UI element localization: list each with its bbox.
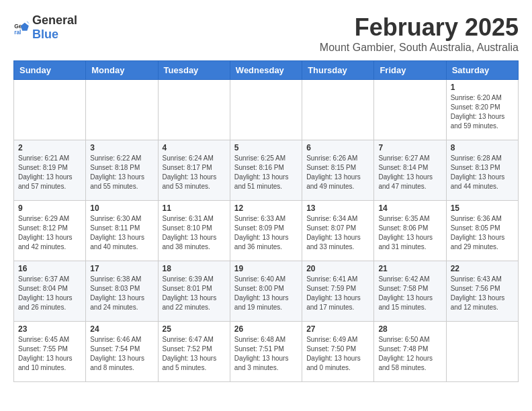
calendar-cell: 16Sunrise: 6:37 AM Sunset: 8:04 PM Dayli… <box>14 261 86 322</box>
day-info: Sunrise: 6:24 AM Sunset: 8:17 PM Dayligh… <box>163 154 226 191</box>
weekday-header: Saturday <box>446 61 518 80</box>
logo: Gene ral General Blue <box>13 13 77 42</box>
day-info: Sunrise: 6:21 AM Sunset: 8:19 PM Dayligh… <box>18 154 81 191</box>
day-info: Sunrise: 6:35 AM Sunset: 8:06 PM Dayligh… <box>378 214 441 252</box>
calendar-table: SundayMondayTuesdayWednesdayThursdayFrid… <box>13 60 519 382</box>
day-info: Sunrise: 6:30 AM Sunset: 8:11 PM Dayligh… <box>90 214 153 252</box>
header: Gene ral General Blue February 2025 Moun… <box>13 13 519 54</box>
calendar-cell: 11Sunrise: 6:31 AM Sunset: 8:10 PM Dayli… <box>158 201 230 261</box>
calendar-cell: 22Sunrise: 6:43 AM Sunset: 7:56 PM Dayli… <box>446 261 518 322</box>
day-info: Sunrise: 6:22 AM Sunset: 8:18 PM Dayligh… <box>90 154 153 191</box>
day-info: Sunrise: 6:47 AM Sunset: 7:52 PM Dayligh… <box>163 335 226 373</box>
calendar-cell: 21Sunrise: 6:42 AM Sunset: 7:58 PM Dayli… <box>374 261 446 322</box>
day-number: 23 <box>18 324 81 334</box>
day-number: 20 <box>306 264 369 273</box>
day-number: 24 <box>90 324 153 334</box>
logo-blue: Blue <box>32 28 58 41</box>
day-number: 26 <box>234 324 298 334</box>
calendar-cell: 3Sunrise: 6:22 AM Sunset: 8:18 PM Daylig… <box>86 140 158 201</box>
calendar-cell: 1Sunrise: 6:20 AM Sunset: 8:20 PM Daylig… <box>446 80 518 140</box>
day-number: 11 <box>163 203 226 213</box>
calendar-cell: 6Sunrise: 6:26 AM Sunset: 8:15 PM Daylig… <box>302 140 374 201</box>
calendar-cell: 2Sunrise: 6:21 AM Sunset: 8:19 PM Daylig… <box>14 140 86 201</box>
calendar-week-row: 23Sunrise: 6:45 AM Sunset: 7:55 PM Dayli… <box>14 322 519 382</box>
day-info: Sunrise: 6:25 AM Sunset: 8:16 PM Dayligh… <box>234 154 298 191</box>
day-number: 1 <box>451 83 514 92</box>
day-info: Sunrise: 6:33 AM Sunset: 8:09 PM Dayligh… <box>234 214 298 252</box>
calendar-cell: 27Sunrise: 6:49 AM Sunset: 7:50 PM Dayli… <box>302 322 374 382</box>
day-number: 3 <box>90 143 153 152</box>
day-number: 25 <box>163 324 226 334</box>
day-number: 15 <box>451 203 514 213</box>
weekday-header: Wednesday <box>230 61 302 80</box>
calendar-cell: 28Sunrise: 6:50 AM Sunset: 7:48 PM Dayli… <box>374 322 446 382</box>
calendar-cell: 5Sunrise: 6:25 AM Sunset: 8:16 PM Daylig… <box>230 140 302 201</box>
calendar-cell: 10Sunrise: 6:30 AM Sunset: 8:11 PM Dayli… <box>86 201 158 261</box>
calendar-cell: 24Sunrise: 6:46 AM Sunset: 7:54 PM Dayli… <box>86 322 158 382</box>
day-info: Sunrise: 6:31 AM Sunset: 8:10 PM Dayligh… <box>163 214 226 252</box>
day-info: Sunrise: 6:42 AM Sunset: 7:58 PM Dayligh… <box>378 275 441 312</box>
day-info: Sunrise: 6:27 AM Sunset: 8:14 PM Dayligh… <box>378 154 441 191</box>
weekday-header: Tuesday <box>158 61 230 80</box>
day-info: Sunrise: 6:41 AM Sunset: 7:59 PM Dayligh… <box>306 275 369 312</box>
day-number: 18 <box>163 264 226 273</box>
calendar-cell: 20Sunrise: 6:41 AM Sunset: 7:59 PM Dayli… <box>302 261 374 322</box>
day-number: 12 <box>234 203 298 213</box>
day-info: Sunrise: 6:38 AM Sunset: 8:03 PM Dayligh… <box>90 275 153 312</box>
day-number: 16 <box>18 264 81 273</box>
day-number: 7 <box>378 143 441 152</box>
logo-icon: Gene ral <box>13 19 30 36</box>
day-number: 13 <box>306 203 369 213</box>
calendar-cell <box>446 322 518 382</box>
calendar-cell: 15Sunrise: 6:36 AM Sunset: 8:05 PM Dayli… <box>446 201 518 261</box>
calendar-cell: 14Sunrise: 6:35 AM Sunset: 8:06 PM Dayli… <box>374 201 446 261</box>
weekday-header: Friday <box>374 61 446 80</box>
day-number: 10 <box>90 203 153 213</box>
day-info: Sunrise: 6:40 AM Sunset: 8:00 PM Dayligh… <box>234 275 298 312</box>
day-number: 8 <box>451 143 514 152</box>
day-number: 21 <box>378 264 441 273</box>
day-info: Sunrise: 6:39 AM Sunset: 8:01 PM Dayligh… <box>163 275 226 312</box>
svg-text:ral: ral <box>14 29 21 36</box>
day-number: 5 <box>234 143 298 152</box>
month-title: February 2025 <box>320 13 519 42</box>
calendar-week-row: 9Sunrise: 6:29 AM Sunset: 8:12 PM Daylig… <box>14 201 519 261</box>
weekday-header: Thursday <box>302 61 374 80</box>
day-info: Sunrise: 6:34 AM Sunset: 8:07 PM Dayligh… <box>306 214 369 252</box>
day-number: 4 <box>163 143 226 152</box>
calendar-cell <box>14 80 86 140</box>
day-info: Sunrise: 6:26 AM Sunset: 8:15 PM Dayligh… <box>306 154 369 191</box>
calendar-cell: 17Sunrise: 6:38 AM Sunset: 8:03 PM Dayli… <box>86 261 158 322</box>
day-info: Sunrise: 6:46 AM Sunset: 7:54 PM Dayligh… <box>90 335 153 373</box>
calendar-cell: 8Sunrise: 6:28 AM Sunset: 8:13 PM Daylig… <box>446 140 518 201</box>
calendar-cell: 25Sunrise: 6:47 AM Sunset: 7:52 PM Dayli… <box>158 322 230 382</box>
calendar-cell: 19Sunrise: 6:40 AM Sunset: 8:00 PM Dayli… <box>230 261 302 322</box>
day-number: 14 <box>378 203 441 213</box>
calendar-header-row: SundayMondayTuesdayWednesdayThursdayFrid… <box>14 61 519 80</box>
calendar-week-row: 2Sunrise: 6:21 AM Sunset: 8:19 PM Daylig… <box>14 140 519 201</box>
calendar-cell: 4Sunrise: 6:24 AM Sunset: 8:17 PM Daylig… <box>158 140 230 201</box>
day-info: Sunrise: 6:48 AM Sunset: 7:51 PM Dayligh… <box>234 335 298 373</box>
calendar-cell <box>158 80 230 140</box>
day-number: 17 <box>90 264 153 273</box>
calendar-cell: 9Sunrise: 6:29 AM Sunset: 8:12 PM Daylig… <box>14 201 86 261</box>
day-info: Sunrise: 6:36 AM Sunset: 8:05 PM Dayligh… <box>451 214 514 252</box>
calendar-cell: 23Sunrise: 6:45 AM Sunset: 7:55 PM Dayli… <box>14 322 86 382</box>
day-info: Sunrise: 6:29 AM Sunset: 8:12 PM Dayligh… <box>18 214 81 252</box>
calendar-week-row: 1Sunrise: 6:20 AM Sunset: 8:20 PM Daylig… <box>14 80 519 140</box>
day-info: Sunrise: 6:43 AM Sunset: 7:56 PM Dayligh… <box>451 275 514 312</box>
calendar-cell <box>302 80 374 140</box>
title-area: February 2025 Mount Gambier, South Austr… <box>320 13 519 54</box>
calendar-cell: 7Sunrise: 6:27 AM Sunset: 8:14 PM Daylig… <box>374 140 446 201</box>
logo-general: General <box>32 13 77 27</box>
day-info: Sunrise: 6:37 AM Sunset: 8:04 PM Dayligh… <box>18 275 81 312</box>
calendar-cell <box>374 80 446 140</box>
calendar-cell: 12Sunrise: 6:33 AM Sunset: 8:09 PM Dayli… <box>230 201 302 261</box>
day-info: Sunrise: 6:28 AM Sunset: 8:13 PM Dayligh… <box>451 154 514 191</box>
weekday-header: Monday <box>86 61 158 80</box>
calendar-cell: 26Sunrise: 6:48 AM Sunset: 7:51 PM Dayli… <box>230 322 302 382</box>
day-info: Sunrise: 6:50 AM Sunset: 7:48 PM Dayligh… <box>378 335 441 373</box>
day-number: 2 <box>18 143 81 152</box>
weekday-header: Sunday <box>14 61 86 80</box>
calendar-cell <box>86 80 158 140</box>
